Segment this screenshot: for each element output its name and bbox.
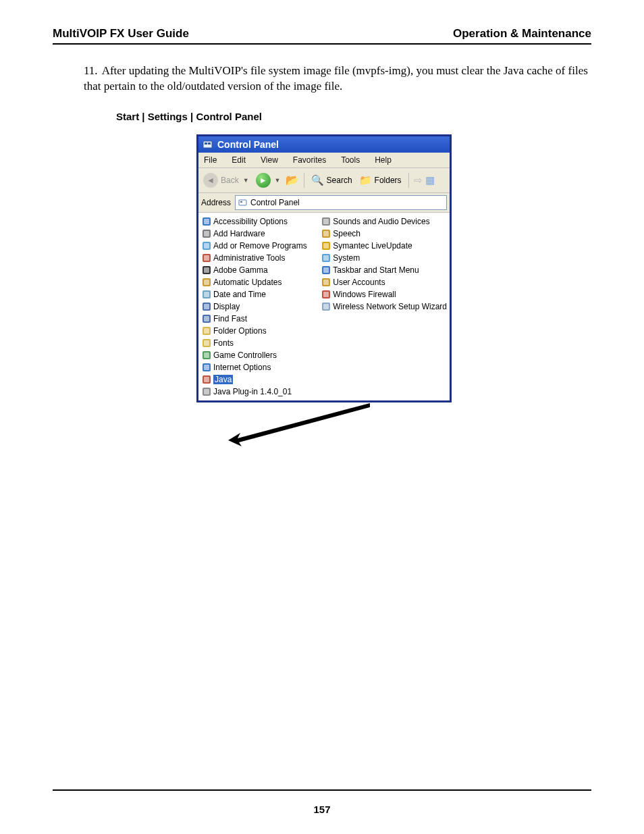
cp-item-system[interactable]: System [318,252,450,264]
item-icon [321,289,331,299]
svg-rect-20 [204,304,209,309]
titlebar: Control Panel [198,136,450,153]
item-icon [321,216,331,226]
svg-rect-44 [323,267,329,273]
cp-item-user-accounts[interactable]: User Accounts [318,276,450,288]
item-icon [201,216,211,226]
cp-item-windows-firewall[interactable]: Windows Firewall [318,288,450,301]
item-icon [321,301,331,311]
item-label: Add Hardware [213,229,265,238]
search-button[interactable]: 🔍 Search [309,174,354,186]
cp-item-date-and-time[interactable]: Date and Time [198,288,318,301]
header-right: Operation & Maintenance [453,27,591,41]
address-field[interactable]: Control Panel [235,195,447,210]
item-label: Wireless Network Setup Wizard [333,302,447,311]
svg-rect-1 [205,142,207,145]
cp-item-speech[interactable]: Speech [318,228,450,240]
cp-item-display[interactable]: Display [198,301,318,313]
item-icon [201,301,211,311]
menu-favorites[interactable]: Favorites [290,155,329,165]
step-number: 11. [84,64,98,77]
svg-rect-32 [204,377,209,382]
figure-caption: Start | Settings | Control Panel [116,111,591,122]
toolbar-separator [304,173,304,188]
svg-marker-51 [228,403,370,446]
menu-view[interactable]: View [258,155,281,165]
items-col-left: Accessibility OptionsAdd HardwareAdd or … [198,215,318,398]
cp-item-add-or-remove-programs[interactable]: Add or Remove Programs [198,240,318,252]
item-icon [321,228,331,238]
search-label: Search [327,176,352,185]
cp-item-sounds-and-audio-devices[interactable]: Sounds and Audio Devices [318,215,450,228]
menu-help[interactable]: Help [372,155,394,165]
address-value: Control Panel [250,198,300,207]
cp-item-symantec-liveupdate[interactable]: Symantec LiveUpdate [318,240,450,252]
svg-rect-18 [204,292,209,297]
cp-item-folder-options[interactable]: Folder Options [198,325,318,337]
cp-item-administrative-tools[interactable]: Administrative Tools [198,252,318,264]
item-label: Administrative Tools [213,253,286,263]
window-title: Control Panel [217,139,279,150]
toolbar-separator-2 [408,173,409,188]
item-label: Find Fast [213,314,247,323]
back-dropdown-icon: ▼ [243,177,249,184]
item-label: Fonts [213,338,234,348]
cp-item-fonts[interactable]: Fonts [198,337,318,349]
folder-up-icon[interactable]: 📂 [286,174,299,186]
menu-tools[interactable]: Tools [338,155,363,165]
go-icon[interactable]: ⇨ [414,174,423,186]
footer-rule [53,789,591,791]
toolbar: ◄ Back ▼ ► ▼ 📂 🔍 Search 📁 Folders ⇨ ▦ [198,168,450,193]
cp-item-find-fast[interactable]: Find Fast [198,313,318,325]
item-label: User Accounts [333,278,385,287]
item-label: Automatic Updates [213,278,281,287]
item-label: System [333,253,360,263]
forward-button[interactable]: ► ▼ [254,173,283,188]
cp-item-game-controllers[interactable]: Game Controllers [198,349,318,361]
folders-button[interactable]: 📁 Folders [357,174,404,186]
address-icon [238,198,248,207]
cp-item-internet-options[interactable]: Internet Options [198,361,318,373]
item-icon [321,277,331,287]
svg-rect-4 [240,201,242,203]
items-col-right: Sounds and Audio DevicesSpeechSymantec L… [318,215,450,398]
cp-item-accessibility-options[interactable]: Accessibility Options [198,215,318,228]
header-rule [53,43,591,45]
menu-file[interactable]: File [201,155,219,165]
item-icon [201,277,211,287]
item-label: Sounds and Audio Devices [333,217,429,226]
item-label: Date and Time [213,290,266,299]
item-icon [201,265,211,275]
views-icon[interactable]: ▦ [425,174,435,186]
menu-edit[interactable]: Edit [229,155,248,165]
item-label: Java [213,375,233,384]
back-button: ◄ Back ▼ [201,173,251,188]
svg-rect-50 [323,304,329,309]
cp-item-wireless-network-setup-wizard[interactable]: Wireless Network Setup Wizard [318,301,450,313]
svg-rect-12 [204,255,209,261]
svg-rect-26 [204,340,209,346]
svg-rect-2 [208,142,211,145]
annotation-arrow [228,403,377,450]
folders-icon: 📁 [359,174,372,186]
item-icon [201,313,211,323]
cp-item-adobe-gamma[interactable]: Adobe Gamma [198,264,318,276]
menubar: File Edit View Favorites Tools Help [198,153,450,168]
back-label: Back [221,176,239,185]
cp-item-taskbar-and-start-menu[interactable]: Taskbar and Start Menu [318,264,450,276]
svg-rect-10 [204,243,209,249]
item-icon [321,265,331,275]
svg-rect-6 [204,219,209,224]
forward-arrow-icon: ► [256,173,271,188]
item-icon [201,386,211,396]
forward-dropdown-icon: ▼ [275,177,281,184]
cp-item-java-plug-in-1-4-0-01[interactable]: Java Plug-in 1.4.0_01 [198,386,318,398]
folders-label: Folders [375,176,402,185]
control-panel-window: Control Panel File Edit View Favorites T… [196,134,452,402]
item-icon [201,350,211,360]
cp-item-automatic-updates[interactable]: Automatic Updates [198,276,318,288]
cp-item-add-hardware[interactable]: Add Hardware [198,228,318,240]
cp-item-java[interactable]: Java [198,373,318,386]
item-label: Speech [333,229,360,238]
svg-rect-34 [204,389,209,394]
